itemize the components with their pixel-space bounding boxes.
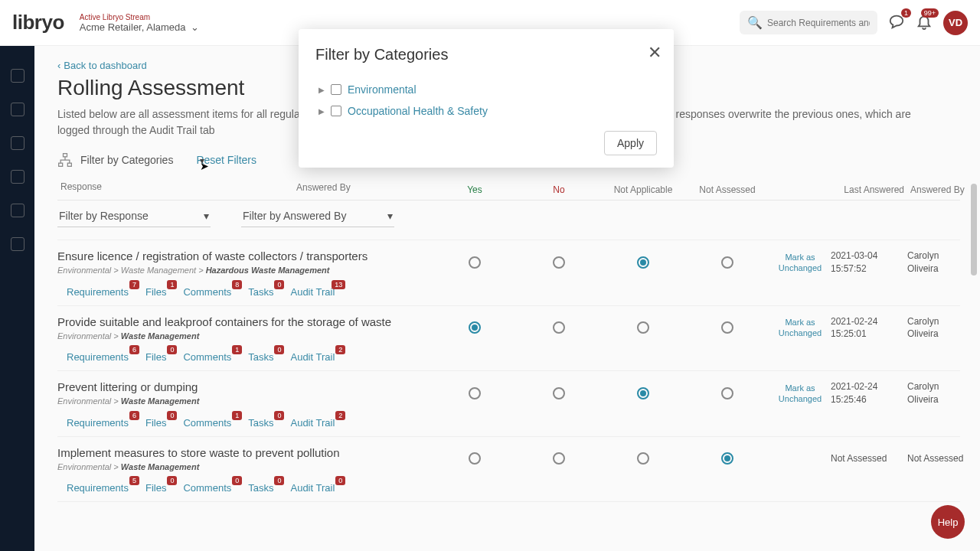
modal-overlay: Filter by Categories ✕ ▶ Environmental ▶… xyxy=(0,0,980,46)
close-icon[interactable]: ✕ xyxy=(648,43,662,46)
filter-modal: Filter by Categories ✕ ▶ Environmental ▶… xyxy=(299,29,674,46)
